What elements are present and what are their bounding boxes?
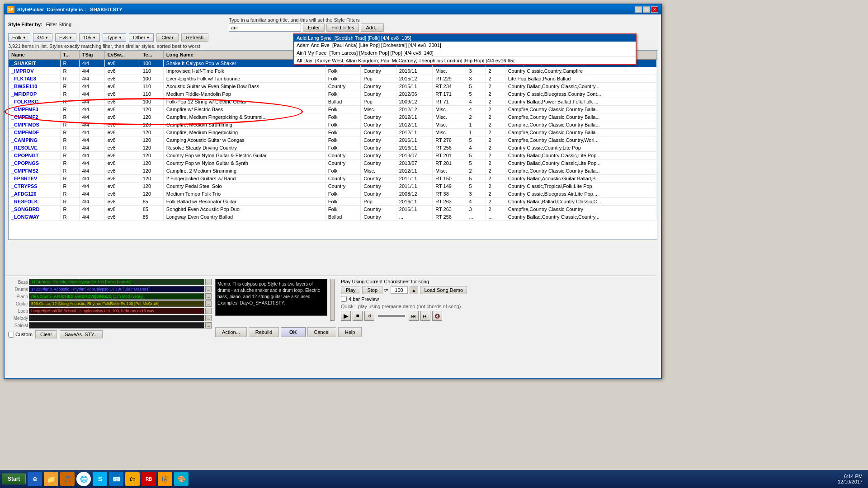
soloist-track-button[interactable]: ...	[205, 322, 212, 328]
table-row[interactable]: _IMPROVR4/4ev8110Improvised Half-Time Fo…	[9, 67, 657, 75]
play-song-label: Play Using Current Chordsheet for song	[341, 279, 467, 284]
cancel-button[interactable]: Cancel	[307, 327, 336, 337]
start-button[interactable]: Start	[2, 474, 26, 484]
dropdown-item-3[interactable]: All Day [Kanye West; Allan Kingdom; Paul…	[294, 57, 636, 64]
taskbar-icon-skype[interactable]: S	[93, 472, 107, 486]
quick-mute-button[interactable]: 🔇	[432, 311, 442, 321]
help-button[interactable]: Help	[338, 327, 362, 337]
table-row[interactable]: _BWSE110R4/4ev8110Acoustic Guitar w/ Eve…	[9, 83, 657, 90]
table-row[interactable]: _SONGBRDR4/4ev885Songbird Even Acoustic …	[9, 206, 657, 213]
ev-filter-button[interactable]: Ev8 ▼	[55, 33, 76, 42]
table-row[interactable]: _CPOPNGTR4/4ev8120Country Pop w/ Nylon G…	[9, 152, 657, 160]
table-row[interactable]: _RESFOLKR4/4ev885Folk Ballad w/ Resonato…	[9, 198, 657, 206]
col-name[interactable]: Name	[9, 51, 60, 59]
table-row[interactable]: _CTRYPSSR4/4ev8120Country Pedal Steel So…	[9, 183, 657, 190]
taskbar-icon-folder[interactable]: 📁	[44, 472, 58, 486]
tracks-panel: Bass 1174:Bass, Electric, PopCalypso Ev …	[8, 279, 212, 363]
four-bar-label: 4 bar Preview	[349, 296, 379, 302]
soloist-track-bar	[29, 322, 204, 328]
table-row[interactable]: _FLKTAE8R4/4ev8100Even-Eighths Folk w/ T…	[9, 75, 657, 83]
find-titles-button[interactable]: Find Titles	[326, 23, 359, 32]
melody-track-bar	[29, 315, 204, 321]
piano-track-button[interactable]: ...	[205, 293, 212, 300]
clear-filter-button[interactable]: Clear	[156, 33, 178, 42]
enter-button[interactable]: Enter	[303, 23, 325, 32]
col-t[interactable]: T...	[60, 51, 79, 59]
add-button[interactable]: Add...	[361, 23, 384, 32]
rebuild-button[interactable]: Rebuild	[249, 327, 279, 337]
guitar-track-button[interactable]: ...	[205, 300, 212, 307]
quick-play-button[interactable]: ▶	[341, 311, 351, 321]
bass-track-text: 1174:Bass, Electric, PopCalypso Ev 100 […	[31, 280, 132, 284]
action-button[interactable]: Action...	[215, 327, 247, 337]
folk-filter-button[interactable]: Folk ▼	[8, 33, 30, 42]
other-filter-button[interactable]: Other ▼	[129, 33, 154, 42]
memo-scrollbar[interactable]	[330, 279, 335, 321]
ok-button[interactable]: OK	[281, 327, 306, 337]
table-row[interactable]: _CAMPINGR4/4ev8120Camping Acoustic Guita…	[9, 136, 657, 144]
table-row[interactable]: _FPBRTEVR4/4ev81202 Fingerpicked Guitars…	[9, 175, 657, 183]
tempo-up-button[interactable]: ▲	[410, 286, 419, 294]
current-style-text: Current style is : _SHAKEIT.STY	[47, 7, 123, 12]
table-row[interactable]: _CPOPNGSR4/4ev8120Country Pop w/ Nylon G…	[9, 160, 657, 167]
taskbar-icon-chrome[interactable]: 🌐	[76, 472, 91, 486]
time-sig-filter-button[interactable]: 4/4 ▼	[33, 33, 52, 42]
refresh-button[interactable]: Refresh	[181, 33, 209, 42]
melody-track-button[interactable]: ...	[205, 315, 212, 321]
table-row[interactable]: _AFDG120R4/4ev8120Medium Tempo Folk Trio…	[9, 190, 657, 198]
stop-button[interactable]: Stop	[362, 286, 382, 294]
four-bar-preview-checkbox[interactable]	[341, 296, 347, 302]
table-row[interactable]: _RESOLVER4/4ev8120Resolve Steady Driving…	[9, 144, 657, 152]
table-row[interactable]: _FOLKRKGR4/4ev8100Folk-Pop 12 String w/ …	[9, 98, 657, 106]
style-filter-label: Style Filter by:	[8, 22, 42, 27]
maximize-button[interactable]: □	[643, 6, 650, 13]
type-filter-button[interactable]: Type ▼	[103, 33, 126, 42]
taskbar-icon-media[interactable]: 🎵	[60, 472, 75, 486]
tempo-filter-button[interactable]: 105 ▼	[79, 33, 100, 42]
table-row[interactable]: _CMPFMF2R4/4ev8120Campfire, Medium Finge…	[9, 113, 657, 121]
dropdown-item-0[interactable]: Auld Lang Syne [Scottish Trad] [Folk] [4…	[294, 34, 636, 42]
taskbar-icon-rb[interactable]: RB	[142, 472, 156, 486]
table-row[interactable]: _CMPFMDSR4/4ev8120Campfire, Medium Strum…	[9, 121, 657, 129]
drums-track-button[interactable]: ...	[205, 286, 212, 292]
piano-label: Piano	[8, 294, 28, 299]
guitar-label: Guitar	[8, 301, 28, 306]
table-row[interactable]: _MFIDPOPR4/4ev8110Medium Fiddle-Mandolin…	[9, 90, 657, 98]
quick-prev-button[interactable]: ⏮	[409, 311, 419, 321]
taskbar-icon-outlook[interactable]: 📧	[109, 472, 123, 486]
filter-string-label: Filter String	[46, 22, 71, 27]
styles-table-container[interactable]: Name T... TSig EvSw... Te... Long Name G…	[8, 50, 657, 240]
table-row[interactable]: _CMPFMDFR4/4ev8120Campfire, Medium Finge…	[9, 129, 657, 136]
action-buttons-row: Action... Rebuild OK Cancel Help	[215, 327, 652, 337]
table-row[interactable]: _LONGWAYR4/4ev885Longway Even Country Ba…	[9, 213, 657, 221]
quick-rewind-button[interactable]: ↺	[364, 311, 374, 321]
taskbar-icon-ie[interactable]: e	[28, 472, 42, 486]
col-evsw[interactable]: EvSw...	[104, 51, 140, 59]
col-tsig[interactable]: TSig	[79, 51, 104, 59]
custom-checkbox-label[interactable]: Custom	[8, 332, 33, 338]
save-as-button[interactable]: SaveAs .STY...	[60, 330, 103, 338]
taskbar-icon-note[interactable]: 🎼	[158, 472, 172, 486]
clear-bottom-button[interactable]: Clear	[35, 330, 57, 338]
dropdown-item-2[interactable]: Ain't My Face [Tom Larcos] [Modern Pop] …	[294, 49, 636, 57]
close-button[interactable]: ✕	[651, 6, 658, 13]
loop-label: Loop	[8, 309, 28, 314]
col-te[interactable]: Te...	[140, 51, 163, 59]
loop-track-button[interactable]: ...	[205, 308, 212, 314]
table-row[interactable]: _CMPFMS2R4/4ev8120Campfire, 2 Medium Str…	[9, 167, 657, 175]
play-button[interactable]: Play	[341, 286, 360, 294]
bass-track-button[interactable]: ...	[205, 279, 212, 285]
custom-checkbox[interactable]	[8, 332, 14, 338]
taskbar-icon-paint[interactable]: 🎨	[174, 472, 189, 486]
quick-next-button[interactable]: ⏭	[420, 311, 430, 321]
quick-stop-button[interactable]: ■	[353, 311, 363, 321]
taskbar-icon-explorer[interactable]: 🗂	[125, 472, 140, 486]
soloist-label: Soloist	[8, 323, 28, 328]
minimize-button[interactable]: _	[635, 6, 642, 13]
melody-label: Melody	[8, 316, 28, 321]
table-row[interactable]: _CMPFMF3R4/4ev8120Campfire w/ Electric B…	[9, 106, 657, 113]
search-input[interactable]	[229, 23, 301, 32]
tempo-input[interactable]	[391, 286, 408, 294]
dropdown-item-1[interactable]: Adam And Eve [Paul Anka] [Lite Pop] [Orc…	[294, 42, 636, 49]
load-song-demo-button[interactable]: Load Song Demo	[420, 286, 467, 294]
